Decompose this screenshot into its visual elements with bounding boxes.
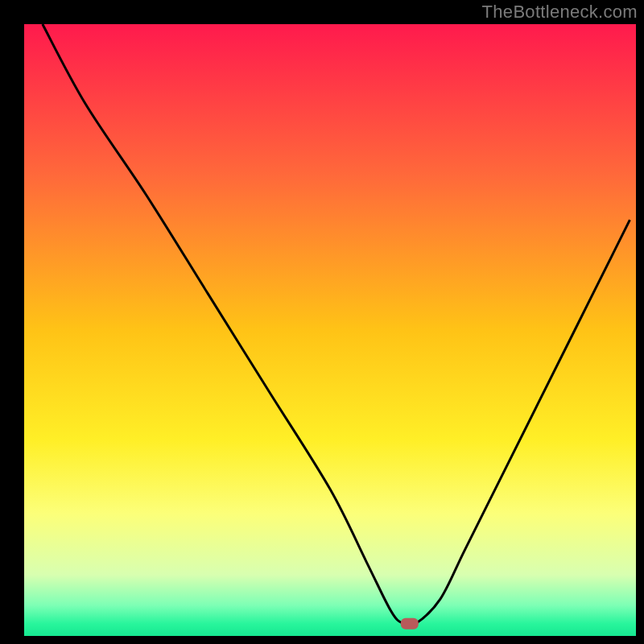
gradient-background [24, 24, 636, 636]
watermark-text: TheBottleneck.com [482, 2, 638, 23]
chart-stage: TheBottleneck.com [0, 0, 644, 644]
bottleneck-plot [0, 0, 644, 644]
optimal-point-marker [401, 618, 419, 630]
